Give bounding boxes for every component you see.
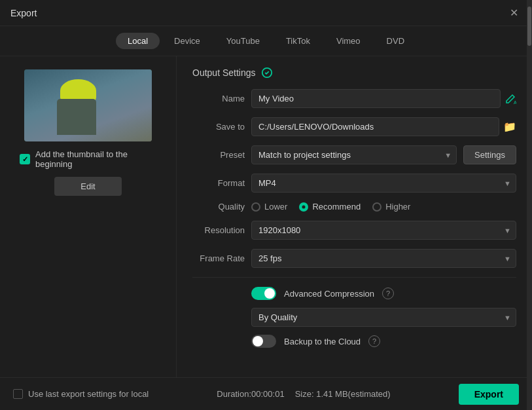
quality-radio-group: Lower Recommend Higher — [251, 202, 410, 212]
tab-device[interactable]: Device — [162, 33, 212, 49]
resolution-select[interactable]: 1920x1080 — [251, 221, 516, 240]
preset-select-wrapper: Match to project settings ▼ — [251, 145, 457, 164]
framerate-select[interactable]: 25 fps — [251, 249, 516, 268]
quality-higher-radio[interactable] — [372, 202, 381, 212]
scrollbar[interactable] — [527, 56, 532, 377]
framerate-row: Frame Rate 25 fps ▼ — [192, 249, 516, 268]
tab-youtube[interactable]: YouTube — [215, 33, 272, 49]
footer-center: Duration:00:00:01 Size: 1.41 MB(estimate… — [217, 389, 390, 399]
name-row: Name AI — [192, 89, 516, 108]
folder-icon[interactable]: 📁 — [503, 121, 516, 133]
content-area: Add the thumbnail to the beginning Edit … — [0, 56, 532, 377]
tab-vimeo[interactable]: Vimeo — [325, 33, 372, 49]
last-settings-checkbox[interactable] — [13, 389, 23, 399]
advanced-compression-row: Advanced Compression ? — [192, 287, 516, 300]
quality-recommend[interactable]: Recommend — [299, 202, 361, 212]
resolution-label: Resolution — [192, 225, 245, 235]
advanced-compression-help-icon[interactable]: ? — [382, 288, 394, 299]
save-to-label: Save to — [192, 122, 245, 132]
thumbnail-checkbox[interactable] — [20, 154, 30, 164]
by-quality-row: By Quality ▼ — [192, 308, 516, 327]
save-to-row: Save to 📁 — [192, 117, 516, 136]
preset-row: Preset Match to project settings ▼ Setti… — [192, 145, 516, 164]
preset-label: Preset — [192, 150, 245, 160]
last-settings-label: Use last export settings for local — [28, 389, 149, 399]
thumbnail-checkbox-label: Add the thumbnail to the beginning — [35, 149, 163, 169]
quality-recommend-label: Recommend — [312, 202, 361, 212]
thumbnail-checkbox-row: Add the thumbnail to the beginning — [13, 149, 163, 169]
backup-toggle[interactable] — [251, 335, 276, 348]
advanced-compression-label: Advanced Compression — [284, 289, 374, 299]
backup-help-icon[interactable]: ? — [368, 335, 380, 347]
quality-higher-label: Higher — [385, 202, 410, 212]
export-window: Export ✕ Local Device YouTube TikTok Vim… — [0, 0, 532, 410]
quality-lower-radio[interactable] — [251, 202, 260, 212]
video-thumbnail — [24, 69, 152, 141]
quality-recommend-radio[interactable] — [299, 202, 308, 212]
window-title: Export — [10, 8, 37, 18]
svg-text:AI: AI — [514, 100, 516, 105]
resolution-select-wrapper: 1920x1080 ▼ — [251, 221, 516, 240]
quality-lower-label: Lower — [264, 202, 287, 212]
export-button[interactable]: Export — [459, 384, 519, 405]
left-panel: Add the thumbnail to the beginning Edit — [0, 56, 177, 377]
backup-row: Backup to the Cloud ? — [192, 335, 516, 348]
tab-local[interactable]: Local — [116, 33, 160, 49]
name-input[interactable] — [251, 89, 501, 108]
by-quality-select-wrapper: By Quality ▼ — [251, 308, 516, 327]
quality-label: Quality — [192, 202, 245, 212]
close-button[interactable]: ✕ — [506, 5, 522, 21]
edit-button[interactable]: Edit — [54, 177, 121, 196]
footer: Use last export settings for local Durat… — [0, 377, 532, 410]
name-input-wrapper: AI — [251, 89, 516, 108]
resolution-row: Resolution 1920x1080 ▼ — [192, 221, 516, 240]
output-settings-icon — [261, 67, 273, 79]
settings-button[interactable]: Settings — [463, 145, 516, 164]
right-panel: Output Settings Name AI — [177, 56, 532, 377]
tab-bar: Local Device YouTube TikTok Vimeo DVD — [0, 26, 532, 56]
advanced-compression-toggle-knob — [264, 288, 275, 299]
size-info: Size: 1.41 MB(estimated) — [295, 389, 391, 399]
title-bar: Export ✕ — [0, 0, 532, 26]
format-select[interactable]: MP4 — [251, 174, 516, 193]
format-label: Format — [192, 178, 245, 188]
advanced-compression-toggle[interactable] — [251, 287, 276, 300]
quality-lower[interactable]: Lower — [251, 202, 287, 212]
output-settings-title: Output Settings — [192, 67, 516, 79]
save-to-input-wrapper: 📁 — [251, 117, 516, 136]
tab-tiktok[interactable]: TikTok — [274, 33, 322, 49]
by-quality-select[interactable]: By Quality — [251, 308, 516, 327]
format-select-wrapper: MP4 ▼ — [251, 174, 516, 193]
divider — [192, 277, 516, 278]
ai-edit-icon[interactable]: AI — [505, 93, 516, 105]
tab-dvd[interactable]: DVD — [375, 33, 416, 49]
quality-higher[interactable]: Higher — [372, 202, 410, 212]
save-to-input[interactable] — [251, 117, 499, 136]
quality-row: Quality Lower Recommend Higher — [192, 202, 516, 212]
format-row: Format MP4 ▼ — [192, 174, 516, 193]
backup-label: Backup to the Cloud — [284, 337, 361, 346]
framerate-select-wrapper: 25 fps ▼ — [251, 249, 516, 268]
footer-left: Use last export settings for local — [13, 389, 149, 399]
name-label: Name — [192, 94, 245, 103]
preset-select[interactable]: Match to project settings — [251, 145, 457, 164]
backup-toggle-knob — [253, 336, 263, 346]
duration-info: Duration:00:00:01 — [217, 389, 284, 399]
framerate-label: Frame Rate — [192, 253, 245, 263]
